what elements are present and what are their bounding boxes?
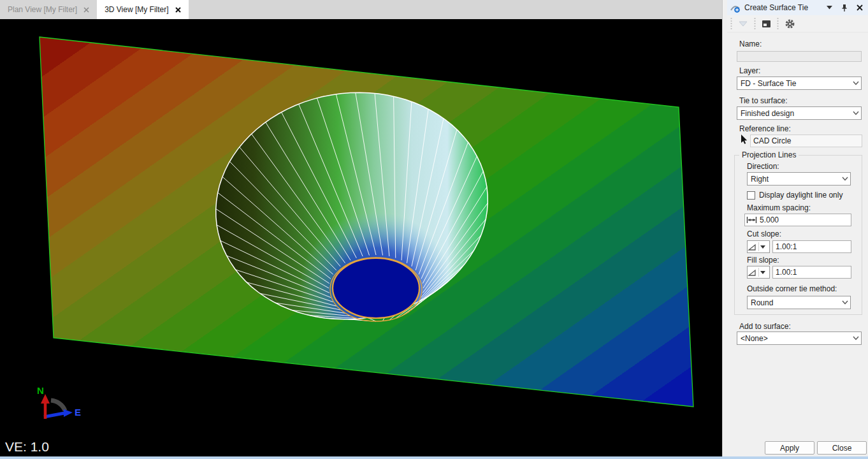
- tab-3d-view-label: 3D View [My Filter]: [105, 5, 168, 14]
- name-label: Name:: [739, 40, 762, 48]
- slope-icon: [748, 242, 757, 252]
- chevron-down-icon: [842, 177, 848, 181]
- 3d-scene: NEVE: 1.0: [0, 19, 722, 456]
- direction-value: Right: [751, 175, 842, 184]
- chevron-down-icon: [853, 81, 859, 85]
- tab-3d-view-close-icon[interactable]: [175, 7, 181, 13]
- maximum-spacing-label: Maximum spacing:: [747, 203, 811, 212]
- window-bottom-edge: [0, 456, 868, 459]
- fill-slope-label: Fill slope:: [747, 256, 779, 265]
- name-input[interactable]: [737, 51, 862, 62]
- toolbar-dropdown-button[interactable]: [735, 17, 751, 31]
- tab-3d-view[interactable]: 3D View [My Filter]: [97, 0, 188, 19]
- panel-title: Create Surface Tie: [744, 3, 820, 12]
- fill-slope-input[interactable]: 1.00:1: [772, 266, 851, 279]
- chevron-down-icon: [842, 300, 848, 305]
- layer-label: Layer:: [739, 66, 760, 75]
- reference-line-input[interactable]: CAD Circle: [750, 135, 862, 147]
- panel-header: Create Surface Tie: [727, 0, 868, 15]
- panel-toolbar: [727, 15, 868, 33]
- compass-north-label: N: [37, 385, 44, 396]
- layer-select[interactable]: FD - Surface Tie: [737, 76, 862, 90]
- tie-to-surface-select[interactable]: Finished design: [737, 106, 862, 120]
- chevron-down-icon: [760, 271, 765, 274]
- corner-tie-method-select[interactable]: Round: [747, 296, 851, 309]
- tab-plan-view-close-icon[interactable]: [83, 7, 89, 13]
- chevron-down-icon: [760, 245, 765, 249]
- fill-slope-format-button[interactable]: [747, 266, 770, 279]
- panel-pin-icon[interactable]: [839, 2, 850, 13]
- tie-to-surface-label: Tie to surface:: [739, 96, 788, 105]
- toolbar-settings-button[interactable]: [782, 17, 798, 31]
- reference-line-label: Reference line:: [739, 124, 791, 133]
- view-tab-bar: Plan View [My Filter] 3D View [My Filter…: [0, 0, 722, 19]
- cut-slope-label: Cut slope:: [747, 229, 781, 238]
- daylight-only-label: Display daylight line only: [759, 191, 843, 200]
- direction-select[interactable]: Right: [747, 172, 851, 186]
- add-to-surface-select[interactable]: <None>: [737, 332, 862, 345]
- pick-cursor-icon[interactable]: [741, 135, 748, 145]
- close-button[interactable]: Close: [817, 441, 867, 455]
- tab-plan-view[interactable]: Plan View [My Filter]: [0, 0, 97, 19]
- fill-slope-value: 1.00:1: [776, 268, 797, 277]
- gear-icon: [785, 18, 795, 29]
- vertical-exaggeration-label: VE: 1.0: [5, 439, 49, 454]
- tie-to-surface-value: Finished design: [741, 109, 853, 118]
- layer-value: FD - Surface Tie: [741, 79, 853, 88]
- toolbar-grip: [776, 18, 779, 29]
- surface-tie-icon: [730, 3, 741, 13]
- application-window: Plan View [My Filter] 3D View [My Filter…: [0, 0, 868, 459]
- add-to-surface-value: <None>: [741, 334, 853, 343]
- close-button-label: Close: [832, 444, 852, 453]
- cut-slope-input[interactable]: 1.00:1: [772, 240, 851, 253]
- add-to-surface-label: Add to surface:: [739, 322, 791, 331]
- chevron-down-icon: [853, 336, 859, 340]
- cut-slope-value: 1.00:1: [776, 242, 797, 251]
- slope-icon: [748, 268, 757, 277]
- apply-button[interactable]: Apply: [765, 441, 814, 455]
- panel-dropdown-icon[interactable]: [823, 2, 835, 13]
- toolbar-options-button[interactable]: [759, 17, 774, 31]
- panel-close-icon[interactable]: [854, 2, 865, 13]
- daylight-only-checkbox[interactable]: [747, 191, 755, 200]
- toolbar-grip: [753, 18, 756, 29]
- toolbar-grip: [730, 18, 733, 29]
- cut-slope-format-button[interactable]: [747, 240, 770, 253]
- direction-label: Direction:: [747, 162, 779, 171]
- pit-bottom-circle: [333, 258, 419, 318]
- apply-button-label: Apply: [780, 444, 799, 453]
- create-surface-tie-panel: Create Surface Tie: [727, 0, 868, 456]
- chevron-down-icon: [853, 111, 859, 115]
- projection-lines-title: Projection Lines: [739, 150, 799, 159]
- reference-line-value: CAD Circle: [753, 136, 791, 145]
- corner-tie-method-value: Round: [751, 298, 842, 307]
- tab-plan-view-label: Plan View [My Filter]: [8, 5, 77, 14]
- maximum-spacing-value: 5.000: [760, 215, 779, 224]
- compass-east-label: E: [75, 407, 81, 418]
- corner-tie-method-label: Outside corner tie method:: [747, 284, 837, 293]
- 3d-viewport[interactable]: NEVE: 1.0: [0, 19, 722, 456]
- maximum-spacing-input[interactable]: 5.000: [744, 214, 851, 226]
- spacing-icon: [746, 216, 757, 224]
